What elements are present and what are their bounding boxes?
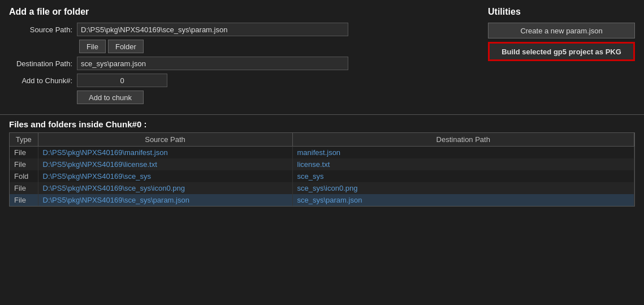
cell-source: D:\PS5\pkg\NPXS40169\sce_sys\icon0.png — [38, 182, 292, 194]
dest-path-input[interactable] — [77, 57, 348, 70]
source-path-input[interactable] — [77, 23, 348, 36]
file-button[interactable]: File — [79, 40, 106, 53]
cell-type: File — [10, 158, 38, 170]
col-source: Source Path — [38, 133, 292, 147]
cell-dest: sce_sys\icon0.png — [292, 182, 634, 194]
add-file-panel: Add a file or folder Source Path: File F… — [9, 7, 477, 108]
folder-button[interactable]: Folder — [108, 40, 144, 53]
table-row[interactable]: FoldD:\PS5\pkg\NPXS40169\sce_syssce_sys — [10, 170, 634, 182]
add-to-chunk-button[interactable]: Add to chunk — [77, 91, 144, 104]
cell-dest: sce_sys — [292, 170, 634, 182]
chunk-title: Files and folders inside Chunk#0 : — [9, 119, 635, 129]
cell-dest: sce_sys\param.json — [292, 194, 634, 206]
cell-source: D:\PS5\pkg\NPXS40169\license.txt — [38, 158, 292, 170]
cell-source: D:\PS5\pkg\NPXS40169\manifest.json — [38, 147, 292, 159]
chunk-number-input[interactable] — [77, 74, 167, 87]
col-type: Type — [10, 133, 38, 147]
cell-type: Fold — [10, 170, 38, 182]
cell-type: File — [10, 194, 38, 206]
cell-source: D:\PS5\pkg\NPXS40169\sce_sys\param.json — [38, 194, 292, 206]
utilities-title: Utilities — [488, 7, 635, 17]
cell-dest: manifest.json — [292, 147, 634, 159]
files-table: Type Source Path Destination Path FileD:… — [10, 133, 634, 206]
create-param-button[interactable]: Create a new param.json — [488, 23, 635, 38]
cell-dest: license.txt — [292, 158, 634, 170]
table-row[interactable]: FileD:\PS5\pkg\NPXS40169\license.txtlice… — [10, 158, 634, 170]
table-header-row: Type Source Path Destination Path — [10, 133, 634, 147]
cell-type: File — [10, 147, 38, 159]
col-dest: Destination Path — [292, 133, 634, 147]
utilities-panel: Utilities Create a new param.json Build … — [488, 7, 635, 108]
cell-source: D:\PS5\pkg\NPXS40169\sce_sys — [38, 170, 292, 182]
dest-path-label: Destination Path: — [9, 59, 77, 68]
source-path-label: Source Path: — [9, 25, 77, 34]
table-row[interactable]: FileD:\PS5\pkg\NPXS40169\sce_sys\icon0.p… — [10, 182, 634, 194]
files-table-container: Type Source Path Destination Path FileD:… — [9, 132, 635, 207]
add-file-title: Add a file or folder — [9, 7, 477, 17]
chunk-section: Files and folders inside Chunk#0 : Type … — [0, 119, 644, 211]
build-pkg-button[interactable]: Build selected gp5 project as PKG — [488, 42, 635, 61]
chunk-label: Add to Chunk#: — [9, 76, 77, 85]
table-row[interactable]: FileD:\PS5\pkg\NPXS40169\manifest.jsonma… — [10, 147, 634, 159]
table-row[interactable]: FileD:\PS5\pkg\NPXS40169\sce_sys\param.j… — [10, 194, 634, 206]
cell-type: File — [10, 182, 38, 194]
